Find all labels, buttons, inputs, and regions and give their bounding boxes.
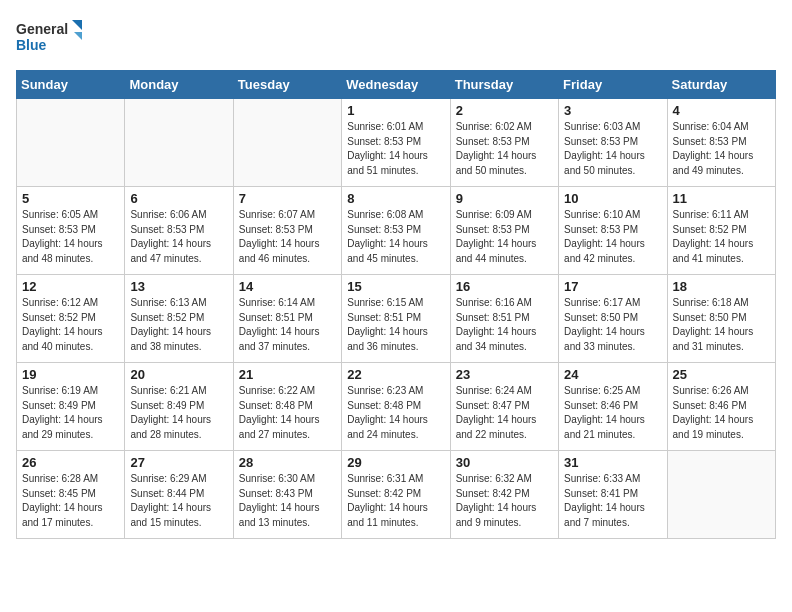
- calendar-cell: 14Sunrise: 6:14 AM Sunset: 8:51 PM Dayli…: [233, 275, 341, 363]
- day-number: 28: [239, 455, 336, 470]
- day-info: Sunrise: 6:19 AM Sunset: 8:49 PM Dayligh…: [22, 384, 119, 442]
- page-header: General Blue: [16, 16, 776, 60]
- day-info: Sunrise: 6:09 AM Sunset: 8:53 PM Dayligh…: [456, 208, 553, 266]
- day-info: Sunrise: 6:31 AM Sunset: 8:42 PM Dayligh…: [347, 472, 444, 530]
- calendar-cell: 5Sunrise: 6:05 AM Sunset: 8:53 PM Daylig…: [17, 187, 125, 275]
- weekday-header: Sunday: [17, 71, 125, 99]
- day-number: 31: [564, 455, 661, 470]
- day-info: Sunrise: 6:10 AM Sunset: 8:53 PM Dayligh…: [564, 208, 661, 266]
- day-info: Sunrise: 6:33 AM Sunset: 8:41 PM Dayligh…: [564, 472, 661, 530]
- calendar-week-row: 12Sunrise: 6:12 AM Sunset: 8:52 PM Dayli…: [17, 275, 776, 363]
- day-info: Sunrise: 6:26 AM Sunset: 8:46 PM Dayligh…: [673, 384, 770, 442]
- day-number: 5: [22, 191, 119, 206]
- calendar-cell: 7Sunrise: 6:07 AM Sunset: 8:53 PM Daylig…: [233, 187, 341, 275]
- day-info: Sunrise: 6:23 AM Sunset: 8:48 PM Dayligh…: [347, 384, 444, 442]
- day-info: Sunrise: 6:18 AM Sunset: 8:50 PM Dayligh…: [673, 296, 770, 354]
- svg-text:Blue: Blue: [16, 37, 47, 53]
- calendar-week-row: 19Sunrise: 6:19 AM Sunset: 8:49 PM Dayli…: [17, 363, 776, 451]
- day-number: 14: [239, 279, 336, 294]
- logo: General Blue: [16, 16, 86, 60]
- day-info: Sunrise: 6:21 AM Sunset: 8:49 PM Dayligh…: [130, 384, 227, 442]
- day-info: Sunrise: 6:17 AM Sunset: 8:50 PM Dayligh…: [564, 296, 661, 354]
- weekday-header: Saturday: [667, 71, 775, 99]
- day-info: Sunrise: 6:12 AM Sunset: 8:52 PM Dayligh…: [22, 296, 119, 354]
- day-info: Sunrise: 6:02 AM Sunset: 8:53 PM Dayligh…: [456, 120, 553, 178]
- calendar-cell: 9Sunrise: 6:09 AM Sunset: 8:53 PM Daylig…: [450, 187, 558, 275]
- svg-text:General: General: [16, 21, 68, 37]
- day-number: 18: [673, 279, 770, 294]
- day-number: 12: [22, 279, 119, 294]
- day-info: Sunrise: 6:04 AM Sunset: 8:53 PM Dayligh…: [673, 120, 770, 178]
- calendar-cell: 17Sunrise: 6:17 AM Sunset: 8:50 PM Dayli…: [559, 275, 667, 363]
- calendar-week-row: 5Sunrise: 6:05 AM Sunset: 8:53 PM Daylig…: [17, 187, 776, 275]
- calendar-cell: 12Sunrise: 6:12 AM Sunset: 8:52 PM Dayli…: [17, 275, 125, 363]
- day-number: 10: [564, 191, 661, 206]
- calendar-cell: [233, 99, 341, 187]
- day-number: 9: [456, 191, 553, 206]
- calendar-cell: 22Sunrise: 6:23 AM Sunset: 8:48 PM Dayli…: [342, 363, 450, 451]
- calendar-cell: [667, 451, 775, 539]
- weekday-header: Thursday: [450, 71, 558, 99]
- day-number: 3: [564, 103, 661, 118]
- calendar-cell: 6Sunrise: 6:06 AM Sunset: 8:53 PM Daylig…: [125, 187, 233, 275]
- day-number: 15: [347, 279, 444, 294]
- day-number: 23: [456, 367, 553, 382]
- calendar-cell: 23Sunrise: 6:24 AM Sunset: 8:47 PM Dayli…: [450, 363, 558, 451]
- day-number: 2: [456, 103, 553, 118]
- day-number: 26: [22, 455, 119, 470]
- calendar-cell: 11Sunrise: 6:11 AM Sunset: 8:52 PM Dayli…: [667, 187, 775, 275]
- weekday-header: Wednesday: [342, 71, 450, 99]
- calendar-cell: 2Sunrise: 6:02 AM Sunset: 8:53 PM Daylig…: [450, 99, 558, 187]
- day-number: 7: [239, 191, 336, 206]
- calendar-cell: 28Sunrise: 6:30 AM Sunset: 8:43 PM Dayli…: [233, 451, 341, 539]
- day-info: Sunrise: 6:06 AM Sunset: 8:53 PM Dayligh…: [130, 208, 227, 266]
- calendar-cell: 24Sunrise: 6:25 AM Sunset: 8:46 PM Dayli…: [559, 363, 667, 451]
- calendar-cell: 15Sunrise: 6:15 AM Sunset: 8:51 PM Dayli…: [342, 275, 450, 363]
- calendar-cell: 10Sunrise: 6:10 AM Sunset: 8:53 PM Dayli…: [559, 187, 667, 275]
- calendar-cell: [125, 99, 233, 187]
- day-info: Sunrise: 6:08 AM Sunset: 8:53 PM Dayligh…: [347, 208, 444, 266]
- weekday-header-row: SundayMondayTuesdayWednesdayThursdayFrid…: [17, 71, 776, 99]
- svg-marker-2: [72, 20, 82, 30]
- day-number: 19: [22, 367, 119, 382]
- day-number: 20: [130, 367, 227, 382]
- day-info: Sunrise: 6:15 AM Sunset: 8:51 PM Dayligh…: [347, 296, 444, 354]
- day-info: Sunrise: 6:01 AM Sunset: 8:53 PM Dayligh…: [347, 120, 444, 178]
- calendar-cell: 30Sunrise: 6:32 AM Sunset: 8:42 PM Dayli…: [450, 451, 558, 539]
- day-number: 11: [673, 191, 770, 206]
- day-info: Sunrise: 6:14 AM Sunset: 8:51 PM Dayligh…: [239, 296, 336, 354]
- calendar-table: SundayMondayTuesdayWednesdayThursdayFrid…: [16, 70, 776, 539]
- calendar-cell: 31Sunrise: 6:33 AM Sunset: 8:41 PM Dayli…: [559, 451, 667, 539]
- calendar-week-row: 26Sunrise: 6:28 AM Sunset: 8:45 PM Dayli…: [17, 451, 776, 539]
- logo-svg: General Blue: [16, 16, 86, 60]
- day-info: Sunrise: 6:25 AM Sunset: 8:46 PM Dayligh…: [564, 384, 661, 442]
- calendar-cell: 18Sunrise: 6:18 AM Sunset: 8:50 PM Dayli…: [667, 275, 775, 363]
- day-info: Sunrise: 6:05 AM Sunset: 8:53 PM Dayligh…: [22, 208, 119, 266]
- calendar-cell: 16Sunrise: 6:16 AM Sunset: 8:51 PM Dayli…: [450, 275, 558, 363]
- calendar-cell: 20Sunrise: 6:21 AM Sunset: 8:49 PM Dayli…: [125, 363, 233, 451]
- day-number: 16: [456, 279, 553, 294]
- calendar-cell: 1Sunrise: 6:01 AM Sunset: 8:53 PM Daylig…: [342, 99, 450, 187]
- day-number: 13: [130, 279, 227, 294]
- day-info: Sunrise: 6:13 AM Sunset: 8:52 PM Dayligh…: [130, 296, 227, 354]
- calendar-cell: 29Sunrise: 6:31 AM Sunset: 8:42 PM Dayli…: [342, 451, 450, 539]
- day-number: 22: [347, 367, 444, 382]
- day-number: 17: [564, 279, 661, 294]
- calendar-cell: [17, 99, 125, 187]
- day-info: Sunrise: 6:22 AM Sunset: 8:48 PM Dayligh…: [239, 384, 336, 442]
- day-info: Sunrise: 6:30 AM Sunset: 8:43 PM Dayligh…: [239, 472, 336, 530]
- day-info: Sunrise: 6:07 AM Sunset: 8:53 PM Dayligh…: [239, 208, 336, 266]
- day-info: Sunrise: 6:11 AM Sunset: 8:52 PM Dayligh…: [673, 208, 770, 266]
- day-info: Sunrise: 6:03 AM Sunset: 8:53 PM Dayligh…: [564, 120, 661, 178]
- weekday-header: Tuesday: [233, 71, 341, 99]
- day-number: 8: [347, 191, 444, 206]
- svg-marker-3: [74, 32, 82, 40]
- day-number: 24: [564, 367, 661, 382]
- day-info: Sunrise: 6:16 AM Sunset: 8:51 PM Dayligh…: [456, 296, 553, 354]
- calendar-cell: 8Sunrise: 6:08 AM Sunset: 8:53 PM Daylig…: [342, 187, 450, 275]
- day-number: 29: [347, 455, 444, 470]
- day-info: Sunrise: 6:29 AM Sunset: 8:44 PM Dayligh…: [130, 472, 227, 530]
- weekday-header: Monday: [125, 71, 233, 99]
- calendar-cell: 4Sunrise: 6:04 AM Sunset: 8:53 PM Daylig…: [667, 99, 775, 187]
- calendar-cell: 25Sunrise: 6:26 AM Sunset: 8:46 PM Dayli…: [667, 363, 775, 451]
